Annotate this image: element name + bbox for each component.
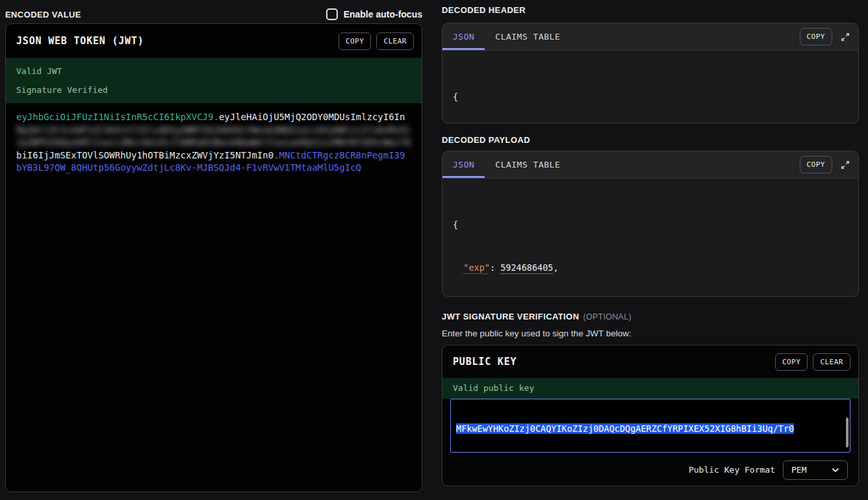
tab-header-json[interactable]: JSON bbox=[442, 23, 485, 50]
jwt-clear-button[interactable]: CLEAR bbox=[376, 32, 414, 50]
jwt-editor-card: JSON WEB TOKEN (JWT) COPY CLEAR Valid JW… bbox=[5, 23, 422, 492]
token-dot-2: . bbox=[274, 150, 279, 160]
json-open-brace: { bbox=[453, 90, 848, 104]
header-json-editor[interactable]: { "alg": "ES256", "typ": "JWT" } bbox=[442, 51, 858, 123]
decoded-payload-tabs: JSON CLAIMS TABLE COPY bbox=[442, 151, 858, 179]
json-key-exp[interactable]: "exp" bbox=[463, 262, 490, 273]
payload-expand-button[interactable] bbox=[840, 160, 850, 170]
public-key-textarea[interactable]: MFkwEwYHKoZIzj0CAQYIKoZIzj0DAQcDQgAERZCf… bbox=[450, 399, 850, 453]
decoded-column: DECODED HEADER JSON CLAIMS TABLE COPY { … bbox=[442, 0, 859, 486]
public-key-status-banner: Valid public key bbox=[442, 378, 858, 399]
expand-icon bbox=[840, 32, 850, 42]
decoded-header-tabs: JSON CLAIMS TABLE COPY bbox=[442, 23, 858, 51]
public-key-card: PUBLIC KEY COPY CLEAR Valid public key M… bbox=[442, 345, 859, 486]
encoded-column: ENCODED VALUE Enable auto-focus JSON WEB… bbox=[5, 0, 422, 492]
header-expand-button[interactable] bbox=[840, 32, 850, 42]
json-colon: : bbox=[490, 262, 500, 273]
jwt-card-title: JSON WEB TOKEN (JWT) bbox=[16, 35, 333, 47]
json-value-exp[interactable]: 5924686405 bbox=[500, 262, 553, 273]
decoded-header-heading: DECODED HEADER bbox=[442, 5, 859, 15]
token-payload-end: biI6IjJmSExTOVlSOWRhUy1hOTBiMzcxZWVjYzI5… bbox=[16, 150, 274, 160]
public-key-line-1: MFkwEwYHKoZIzj0CAQYIKoZIzj0DAQcDQgAERZCf… bbox=[456, 423, 794, 434]
jwt-signature-status: Signature Verified bbox=[16, 85, 411, 95]
json-open-brace: { bbox=[453, 218, 848, 232]
public-key-format-select[interactable]: PEM bbox=[783, 460, 848, 480]
autofocus-label: Enable auto-focus bbox=[344, 9, 422, 19]
token-header-segment: eyJhbGciOiJFUzI1NiIsInR5cCI6IkpXVCJ9 bbox=[16, 112, 213, 122]
chevron-down-icon bbox=[832, 468, 839, 473]
public-key-scrollbar[interactable] bbox=[846, 418, 849, 447]
token-payload-start: eyJleHAiOjU5MjQ2ODY0MDUsImlzcyI6In bbox=[219, 112, 405, 122]
jwt-token-editor[interactable]: eyJhbGciOiJFUzI1NiIsInR5cCI6IkpXVCJ9.eyJ… bbox=[6, 103, 422, 182]
header-copy-button[interactable]: COPY bbox=[800, 28, 833, 45]
public-key-description: Enter the public key used to sign the JW… bbox=[442, 328, 859, 340]
public-key-card-title: PUBLIC KEY bbox=[453, 356, 770, 368]
autofocus-checkbox[interactable] bbox=[326, 8, 338, 20]
jwt-copy-button[interactable]: COPY bbox=[338, 32, 372, 50]
token-dot-1: . bbox=[213, 112, 218, 122]
payload-json-editor[interactable]: { "exp": 5924686405, "iss": "zzz", "matc… bbox=[442, 179, 858, 297]
public-key-copy-button[interactable]: COPY bbox=[775, 353, 808, 371]
jwt-valid-status: Valid JWT bbox=[16, 66, 411, 76]
token-signature-part1: MNCtdCTRgcz8CR8nPegmI39 bbox=[279, 150, 405, 160]
tab-header-claims-table[interactable]: CLAIMS TABLE bbox=[485, 23, 570, 50]
token-signature-part2: bYB3L97QW_8QHUtp56GoyywZdtjLc8Kv-MJBSQJd… bbox=[16, 162, 361, 173]
signature-verification-heading: JWT SIGNATURE VERIFICATION bbox=[442, 312, 579, 321]
payload-copy-button[interactable]: COPY bbox=[800, 156, 833, 173]
public-key-clear-button[interactable]: CLEAR bbox=[813, 353, 850, 371]
enable-autofocus-control[interactable]: Enable auto-focus bbox=[326, 8, 422, 20]
decoded-header-card: JSON CLAIMS TABLE COPY { "alg": "ES256",… bbox=[442, 23, 859, 123]
token-redacted-segment: RpZmllZCIsImF1ZCI6InJlZ2lzdGVyZWRfZGJAbG… bbox=[16, 124, 411, 149]
expand-icon bbox=[840, 160, 850, 170]
optional-label: (OPTIONAL) bbox=[583, 312, 632, 321]
json-comma: , bbox=[553, 262, 558, 273]
tab-payload-claims-table[interactable]: CLAIMS TABLE bbox=[485, 151, 570, 178]
jwt-status-banner: Valid JWT Signature Verified bbox=[6, 58, 422, 103]
encoded-value-heading: ENCODED VALUE bbox=[5, 10, 81, 19]
tab-payload-json[interactable]: JSON bbox=[442, 151, 485, 178]
public-key-format-label: Public Key Format bbox=[689, 465, 775, 475]
decoded-payload-card: JSON CLAIMS TABLE COPY { "exp": 59246864… bbox=[442, 151, 859, 297]
public-key-format-value: PEM bbox=[791, 465, 806, 475]
decoded-payload-heading: DECODED PAYLOAD bbox=[442, 135, 859, 145]
